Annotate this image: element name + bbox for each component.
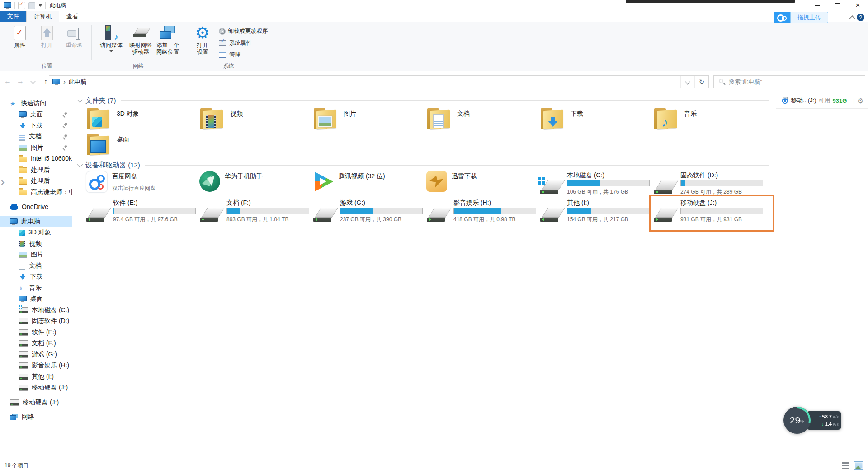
open-settings-button[interactable]: 打开 设置 xyxy=(189,24,216,61)
sidebar-item-drive-j[interactable]: 移动硬盘 (J:) xyxy=(0,382,72,394)
properties-button[interactable]: 属性 xyxy=(6,24,33,61)
app-tile-huawei-assistant[interactable]: 华为手机助手 xyxy=(199,171,313,197)
sidebar-item-drive-d[interactable]: 固态软件 (D:) xyxy=(0,316,72,327)
panel-drive-title: 移动...(J:) xyxy=(791,96,816,104)
sidebar-item-folder-processed-1[interactable]: 处理后 xyxy=(0,165,72,176)
drive-icon xyxy=(199,206,223,223)
sidebar-item-folder-processed-2[interactable]: 处理后 xyxy=(0,176,72,187)
baidu-netdisk-icon xyxy=(86,171,108,193)
network-drive-icon xyxy=(132,26,149,40)
window-title: 此电脑 xyxy=(50,2,66,9)
sidebar-item-pictures[interactable]: 图片 xyxy=(0,142,72,154)
address-row: 此电脑 xyxy=(0,71,868,93)
sidebar-item-drive-f[interactable]: 文档 (F:) xyxy=(0,338,72,349)
address-bar[interactable]: 此电脑 xyxy=(49,75,709,88)
sidebar-item-3d-objects[interactable]: 3D 对象 xyxy=(0,227,72,238)
close-button[interactable]: × xyxy=(848,0,868,11)
document-icon xyxy=(19,133,25,141)
app-tile-tencent-video[interactable]: 腾讯视频 (32 位) xyxy=(313,171,426,197)
help-icon[interactable] xyxy=(857,14,864,21)
sidebar-item-downloads[interactable]: 下载 xyxy=(0,120,72,132)
sidebar-item-removable-drive-j[interactable]: 移动硬盘 (J:) xyxy=(0,397,72,408)
qat-properties-icon[interactable] xyxy=(18,2,25,9)
tab-view[interactable]: 查看 xyxy=(59,11,85,22)
sidebar-item-folder-teacher[interactable]: 高志谦老师：中级母 xyxy=(0,187,72,198)
drive-icon xyxy=(313,206,336,223)
folder-desktop[interactable]: 桌面 xyxy=(86,134,199,156)
collapse-chevron-icon[interactable] xyxy=(77,161,83,167)
refresh-button[interactable] xyxy=(694,76,708,88)
search-input[interactable] xyxy=(728,78,865,85)
tab-file[interactable]: 文件 xyxy=(0,11,26,22)
folder-videos[interactable]: 视频 xyxy=(199,108,313,130)
tab-computer[interactable]: 计算机 xyxy=(26,11,59,22)
system-properties-button[interactable]: 系统属性 xyxy=(219,38,268,48)
navigation-pane: 快速访问 桌面 下载 文档 图片 Intel i5 10600k要影 处理后 处… xyxy=(0,93,72,461)
collapse-chevron-icon[interactable] xyxy=(77,97,83,103)
qat-customize-arrow-icon[interactable] xyxy=(38,4,42,7)
breadcrumb[interactable]: 此电脑 xyxy=(69,78,86,86)
sidebar-item-drive-g[interactable]: 游戏 (G:) xyxy=(0,349,72,361)
sidebar-item-documents[interactable]: 文档 xyxy=(0,131,72,142)
large-icons-view-icon[interactable] xyxy=(854,461,863,470)
gear-icon[interactable] xyxy=(857,96,863,105)
folder-pictures[interactable]: 图片 xyxy=(313,108,426,130)
overlapping-dark-strip xyxy=(626,0,795,3)
sidebar-item-network[interactable]: 网络 xyxy=(0,412,72,423)
drive-tile-e[interactable]: 软件 (E:) 97.4 GB 可用，共 97.6 GB xyxy=(86,199,199,225)
sidebar-item-downloads-pc[interactable]: 下载 xyxy=(0,271,72,283)
sidebar-item-desktop[interactable]: 桌面 xyxy=(0,109,72,120)
app-tile-baidu-netdisk[interactable]: 百度网盘双击运行百度网盘 xyxy=(86,171,199,197)
panel-expand-chevron-icon[interactable] xyxy=(0,176,5,188)
recent-locations-dropdown[interactable] xyxy=(27,75,39,88)
open-button[interactable]: 打开 xyxy=(33,24,61,61)
sidebar-item-drive-h[interactable]: 影音娱乐 (H:) xyxy=(0,360,72,371)
sidebar-item-onedrive[interactable]: OneDrive xyxy=(0,201,72,213)
drive-tile-c[interactable]: 本地磁盘 (C:) 106 GB 可用，共 176 GB xyxy=(540,171,653,197)
chevron-down-icon xyxy=(30,79,35,84)
folder-documents[interactable]: 文档 xyxy=(426,108,540,130)
drive-tile-i[interactable]: 其他 (I:) 154 GB 可用，共 217 GB xyxy=(540,199,653,225)
sidebar-item-drive-i[interactable]: 其他 (I:) xyxy=(0,371,72,383)
minimize-button[interactable] xyxy=(807,0,827,11)
manage-button[interactable]: 管理 xyxy=(219,50,268,60)
folder-3d-objects[interactable]: 3D 对象 xyxy=(86,108,199,130)
forward-button[interactable] xyxy=(14,75,26,88)
divider: | xyxy=(853,97,854,104)
add-network-location-button[interactable]: 添加一个 网络位置 xyxy=(154,24,181,61)
drive-tile-j-highlighted[interactable]: 移动硬盘 (J:) 931 GB 可用，共 931 GB xyxy=(653,199,767,225)
details-view-icon[interactable] xyxy=(842,462,849,469)
drive-tile-g[interactable]: 游戏 (G:) 237 GB 可用，共 390 GB xyxy=(313,199,426,225)
address-dropdown-button[interactable] xyxy=(680,76,694,88)
app-tile-thunder[interactable]: 迅雷下载 xyxy=(426,171,540,197)
rename-button[interactable]: 重命名 xyxy=(61,24,88,61)
drive-tile-d[interactable]: 固态软件 (D:) 274 GB 可用，共 289 GB xyxy=(653,171,767,197)
windows-logo-icon xyxy=(538,177,545,185)
sidebar-item-folder-intel[interactable]: Intel i5 10600k要影 xyxy=(0,153,72,165)
sidebar-item-drive-c[interactable]: 本地磁盘 (C:) xyxy=(0,305,72,316)
drive-icon xyxy=(19,362,28,369)
sidebar-item-videos[interactable]: 视频 xyxy=(0,238,72,250)
section-title[interactable]: 文件夹 (7) xyxy=(85,96,116,105)
sidebar-item-drive-e[interactable]: 软件 (E:) xyxy=(0,327,72,338)
uninstall-program-button[interactable]: 卸载或更改程序 xyxy=(219,26,268,36)
folder-music[interactable]: 音乐 xyxy=(653,108,767,130)
star-icon xyxy=(10,100,17,107)
baidu-drag-upload-button[interactable]: 拖拽上传 xyxy=(774,12,828,23)
folder-downloads[interactable]: 下载 xyxy=(540,108,653,130)
back-button[interactable] xyxy=(2,75,14,88)
access-media-button[interactable]: 访问媒体 xyxy=(95,24,127,61)
drive-tile-f[interactable]: 文档 (F:) 893 GB 可用，共 1.04 TB xyxy=(199,199,313,225)
drive-tile-h[interactable]: 影音娱乐 (H:) 418 GB 可用，共 0.98 TB xyxy=(426,199,540,225)
qat-new-folder-icon[interactable] xyxy=(28,2,35,9)
sidebar-item-desktop-pc[interactable]: 桌面 xyxy=(0,294,72,305)
restore-button[interactable] xyxy=(827,0,848,11)
sidebar-item-music[interactable]: 音乐 xyxy=(0,283,72,294)
sidebar-item-quick-access[interactable]: 快速访问 xyxy=(0,98,72,109)
network-monitor-widget[interactable]: 58.7K/s 1.4K/s 29 % xyxy=(783,406,843,435)
map-network-drive-button[interactable]: 映射网络 驱动器 xyxy=(127,24,154,61)
sidebar-item-pictures-pc[interactable]: 图片 xyxy=(0,249,72,261)
sidebar-item-this-pc[interactable]: 此电脑 xyxy=(0,216,72,228)
sidebar-item-documents-pc[interactable]: 文档 xyxy=(0,261,72,272)
section-title[interactable]: 设备和驱动器 (12) xyxy=(85,161,140,170)
